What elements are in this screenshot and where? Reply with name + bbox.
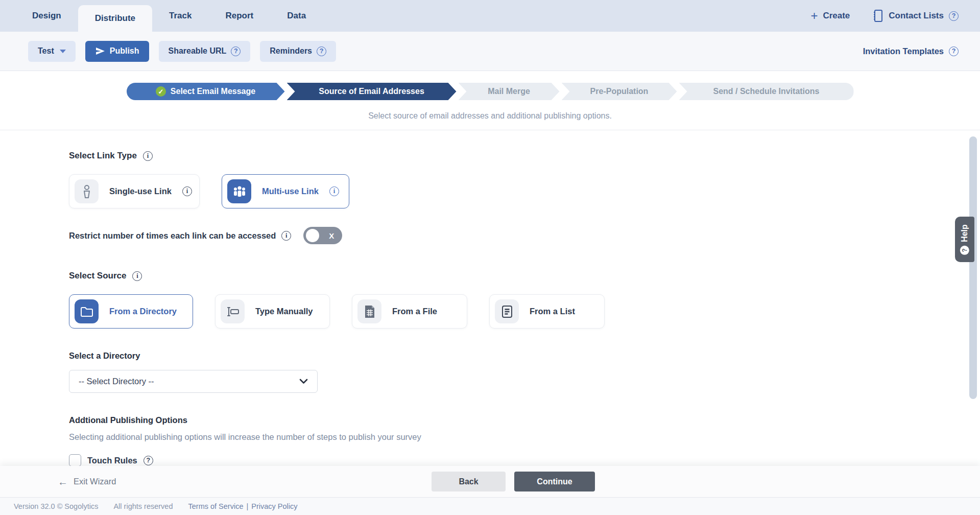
select-source-info-icon[interactable]: i <box>132 271 142 281</box>
from-list-label: From a List <box>530 307 575 316</box>
type-manually-card[interactable]: Type Manually <box>215 294 330 329</box>
link-type-cards: Single-use Link i Multi-use Link i <box>69 174 980 208</box>
publish-button[interactable]: Publish <box>85 41 149 62</box>
multi-use-link-info-icon[interactable]: i <box>329 186 339 196</box>
single-person-icon <box>75 179 99 203</box>
arrow-left-icon: ← <box>58 477 68 487</box>
invitation-templates-help-icon[interactable]: ? <box>949 46 959 56</box>
from-directory-label: From a Directory <box>109 307 177 316</box>
contact-lists-label: Contact Lists <box>889 11 944 21</box>
tab-track[interactable]: Track <box>152 0 208 32</box>
restrict-access-row: Restrict number of times each link can b… <box>69 227 980 244</box>
tab-report-label: Report <box>225 11 253 21</box>
contact-list-icon <box>872 9 883 22</box>
touch-rules-help-icon[interactable]: ? <box>144 456 153 465</box>
terms-of-service-link[interactable]: Terms of Service <box>188 502 244 510</box>
nav-right-actions: + Create Contact Lists ? <box>810 0 980 32</box>
exit-wizard-label: Exit Wizard <box>74 477 116 486</box>
directory-select-value: -- Select Directory -- <box>79 377 154 386</box>
single-use-link-info-icon[interactable]: i <box>182 186 192 196</box>
step-send-schedule-invitations[interactable]: Send / Schedule Invitations <box>679 83 854 100</box>
wizard-footer: ← Exit Wizard Back Continue <box>0 466 980 497</box>
help-tab[interactable]: ? Help <box>955 217 974 262</box>
create-button[interactable]: + Create <box>810 10 850 22</box>
list-icon <box>495 299 519 323</box>
folder-icon <box>75 299 99 323</box>
version-bar: Version 32.0 © Sogolytics All rights res… <box>0 497 980 515</box>
step-mail-merge[interactable]: Mail Merge <box>459 83 560 100</box>
page-subtitle: Select source of email addresses and add… <box>0 111 980 130</box>
toggle-knob <box>306 229 319 242</box>
touch-rules-label: Touch Rules <box>87 456 137 465</box>
wizard-stepper: ✓ Select Email Message Source of Email A… <box>0 71 980 100</box>
shareable-url-help-icon[interactable]: ? <box>231 46 241 56</box>
tab-track-label: Track <box>169 11 192 21</box>
restrict-access-label: Restrict number of times each link can b… <box>69 231 276 241</box>
directory-select[interactable]: -- Select Directory -- <box>69 370 318 393</box>
tab-data[interactable]: Data <box>270 0 323 32</box>
source-cards: From a Directory Type Manually From a Fi… <box>69 294 980 329</box>
single-use-link-card[interactable]: Single-use Link i <box>69 174 200 208</box>
from-file-label: From a File <box>392 307 437 316</box>
step-label: Pre-Population <box>590 87 649 96</box>
send-icon <box>95 46 105 56</box>
publishing-options-heading: Addtional Publishing Options <box>69 415 980 425</box>
exit-wizard-button[interactable]: ← Exit Wizard <box>0 477 116 487</box>
toggle-off-glyph: X <box>329 231 334 240</box>
test-label: Test <box>38 46 54 56</box>
chevron-down-icon <box>299 379 308 384</box>
step-label: Mail Merge <box>488 87 530 96</box>
contact-lists-help-icon[interactable]: ? <box>949 11 959 21</box>
touch-rules-checkbox[interactable] <box>69 454 81 466</box>
version-text: Version 32.0 © Sogolytics <box>14 502 98 510</box>
select-source-label: Select Source <box>69 271 126 281</box>
legal-links: Terms of Service | Privacy Policy <box>188 502 298 510</box>
restrict-access-toggle[interactable]: X <box>303 227 342 244</box>
privacy-policy-link[interactable]: Privacy Policy <box>251 502 297 510</box>
back-button[interactable]: Back <box>432 472 506 491</box>
invitation-templates-link[interactable]: Invitation Templates ? <box>863 46 959 56</box>
type-manually-label: Type Manually <box>255 307 313 316</box>
publishing-options-description: Selecting additional publishing options … <box>69 432 980 442</box>
tab-design[interactable]: Design <box>15 0 78 32</box>
help-question-icon: ? <box>960 245 969 254</box>
multi-use-link-card[interactable]: Multi-use Link i <box>222 174 349 208</box>
step-select-email-message[interactable]: ✓ Select Email Message <box>127 83 285 100</box>
continue-button[interactable]: Continue <box>514 472 595 491</box>
contact-lists-button[interactable]: Contact Lists ? <box>872 9 959 22</box>
vertical-scrollbar-thumb[interactable] <box>969 136 977 399</box>
reminders-button[interactable]: Reminders ? <box>260 41 336 62</box>
tab-distribute-label: Distribute <box>95 13 135 24</box>
legal-separator: | <box>246 502 248 510</box>
step-complete-check-icon: ✓ <box>156 86 166 97</box>
tab-distribute[interactable]: Distribute <box>78 5 152 32</box>
select-link-type-info-icon[interactable]: i <box>143 151 153 161</box>
touch-rules-row: Touch Rules ? <box>69 454 980 466</box>
select-link-type-heading: Select Link Type i <box>69 151 980 161</box>
file-spreadsheet-icon <box>357 299 381 323</box>
step-label: Select Email Message <box>171 87 255 96</box>
single-use-link-label: Single-use Link <box>109 186 172 196</box>
tab-design-label: Design <box>32 11 61 21</box>
create-label: Create <box>823 11 850 21</box>
shareable-url-button[interactable]: Shareable URL ? <box>159 41 251 62</box>
distribute-toolbar: Test Publish Shareable URL ? Reminders ?… <box>0 32 980 71</box>
from-file-card[interactable]: From a File <box>352 294 467 329</box>
reminders-help-icon[interactable]: ? <box>317 46 326 56</box>
from-list-card[interactable]: From a List <box>489 294 605 329</box>
tab-report[interactable]: Report <box>208 0 270 32</box>
help-tab-label: Help <box>960 224 969 242</box>
select-directory-label: Select a Directory <box>69 351 980 361</box>
publish-label: Publish <box>110 46 139 56</box>
step-pre-population[interactable]: Pre-Population <box>562 83 677 100</box>
invitation-templates-label: Invitation Templates <box>863 46 944 56</box>
reminders-label: Reminders <box>270 46 312 56</box>
type-cursor-icon <box>221 299 245 323</box>
plus-icon: + <box>810 10 818 22</box>
top-nav: Design Distribute Track Report Data + Cr… <box>0 0 980 32</box>
from-directory-card[interactable]: From a Directory <box>69 294 193 329</box>
step-source-of-email-addresses[interactable]: Source of Email Addresses <box>287 83 457 100</box>
restrict-access-info-icon[interactable]: i <box>281 231 291 241</box>
wizard-content: Select Link Type i Single-use Link i Mul… <box>0 130 980 466</box>
test-dropdown-button[interactable]: Test <box>28 41 76 62</box>
